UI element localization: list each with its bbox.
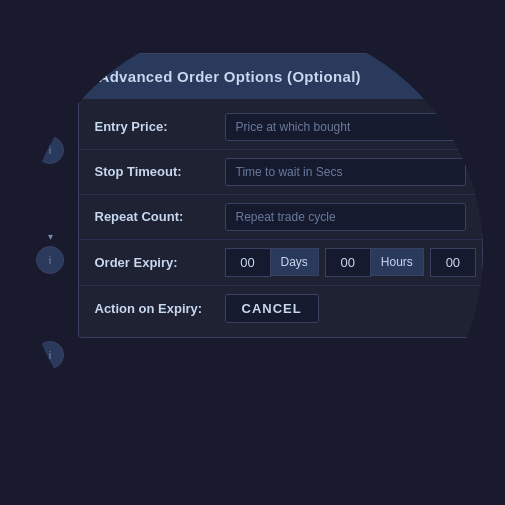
days-group: Days [225,248,319,277]
order-expiry-label: Order Expiry: [95,255,225,270]
info-icon-mid[interactable]: i [36,246,64,274]
left-sidebar: i ▾ i i [23,23,78,483]
mins-input[interactable] [430,248,476,277]
repeat-count-input[interactable] [225,203,466,231]
repeat-count-row: Repeat Count: [79,195,482,240]
order-expiry-row: Order Expiry: Days Hours [79,240,482,286]
panel-body: Entry Price: Stop Timeout: Repeat Count:… [79,99,482,337]
entry-price-input[interactable] [225,113,466,141]
advanced-order-panel: Advanced Order Options (Optional) Entry … [78,53,483,338]
hours-label: Hours [371,248,424,276]
dropdown-arrow[interactable]: ▾ [48,231,53,242]
stop-timeout-row: Stop Timeout: [79,150,482,195]
info-icon-bottom[interactable]: i [36,341,64,369]
entry-price-row: Entry Price: [79,105,482,150]
action-expiry-row: Action on Expiry: CANCEL [79,286,482,331]
stop-timeout-input[interactable] [225,158,466,186]
action-expiry-value[interactable]: CANCEL [225,294,319,323]
hours-group: Hours [325,248,424,277]
info-icon-top[interactable]: i [36,136,64,164]
action-expiry-label: Action on Expiry: [95,301,225,316]
hours-input[interactable] [325,248,371,277]
days-input[interactable] [225,248,271,277]
entry-price-label: Entry Price: [95,119,225,134]
mins-group [430,248,476,277]
stop-timeout-label: Stop Timeout: [95,164,225,179]
repeat-count-label: Repeat Count: [95,209,225,224]
panel-title: Advanced Order Options (Optional) [99,68,361,85]
expiry-controls: Days Hours [225,248,482,277]
days-label: Days [271,248,319,276]
panel-header: Advanced Order Options (Optional) [79,54,482,99]
